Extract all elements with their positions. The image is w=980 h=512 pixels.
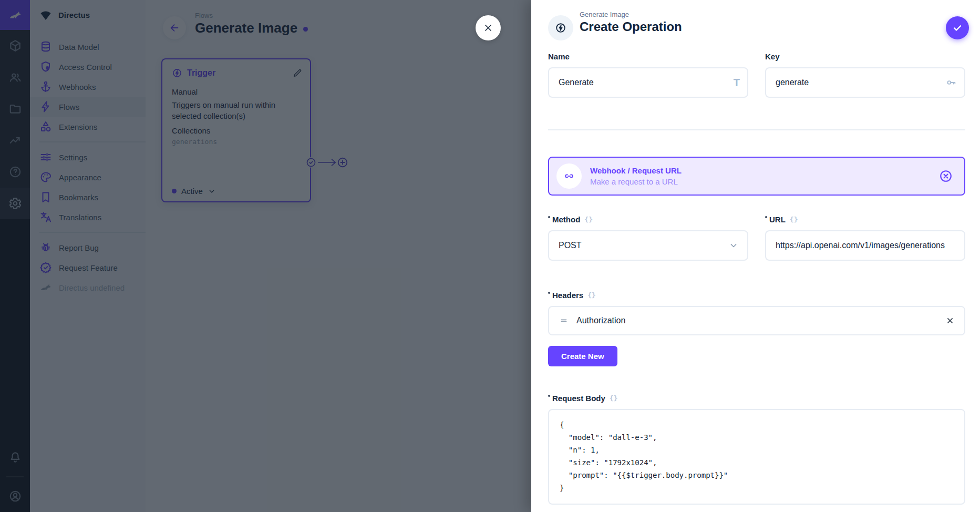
webhook-card-title: Webhook / Request URL [590,166,939,175]
deselect-circle-x-icon[interactable] [939,169,953,183]
required-dot [548,395,550,397]
raw-value-icon[interactable]: {} [610,394,618,402]
webhook-card-subtitle: Make a request to a URL [590,177,939,186]
code-line: } [560,482,954,494]
raw-value-icon[interactable]: {} [790,216,798,223]
header-item-label[interactable]: Authorization [576,316,945,325]
url-input[interactable] [765,230,965,261]
request-body-section: Request Body {} { "model": "dall-e-3", "… [548,393,965,505]
url-field: URL {} [765,214,965,261]
key-input[interactable] [765,67,965,98]
directus-app: Directus Data Model Access Control Webho… [0,0,980,512]
header-list-item: Authorization [548,306,965,335]
key-icon [945,77,957,88]
raw-value-icon[interactable]: {} [584,216,593,223]
create-new-header-button[interactable]: Create New [548,346,617,366]
link-icon [563,170,575,182]
code-line: "model": "dall-e-3", [560,431,954,444]
remove-header-icon[interactable] [945,316,955,325]
raw-value-icon[interactable]: {} [587,291,596,299]
method-select[interactable]: POST [548,230,748,261]
required-dot [548,216,550,218]
close-drawer-button[interactable] [476,15,501,40]
required-dot [548,292,550,294]
code-line: { [560,418,954,431]
request-body-editor[interactable]: { "model": "dall-e-3", "n": 1, "size": "… [548,409,965,505]
name-input[interactable] [548,67,748,98]
code-line: "n": 1, [560,444,954,456]
code-line: "size": "1792x1024", [560,456,954,469]
chevron-down-icon [728,240,739,251]
drag-handle-icon[interactable] [559,315,569,326]
title-format-icon: T [734,67,740,98]
operation-type-webhook-card[interactable]: Webhook / Request URL Make a request to … [548,157,965,196]
section-divider [548,129,965,130]
name-field: Name T [548,52,748,98]
required-dot [765,216,767,218]
key-field: Key [765,52,965,98]
close-icon [483,23,493,33]
code-line: "prompt": "{{$trigger.body.prompt}}" [560,469,954,482]
create-operation-drawer: Generate Image Create Operation Name T K… [531,0,980,512]
headers-section: Headers {} Authorization Create New [548,290,965,366]
method-field: Method {} POST [548,214,748,261]
link-icon-circle [556,163,582,189]
